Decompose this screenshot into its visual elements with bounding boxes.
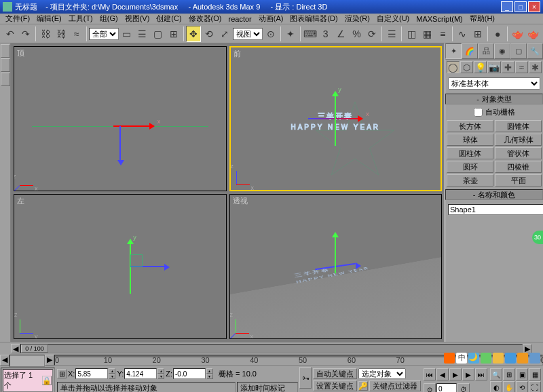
- category-select[interactable]: 标准基本体: [448, 77, 540, 90]
- arc-rotate-button[interactable]: ⟲: [516, 381, 528, 392]
- tray-icon-8[interactable]: [529, 353, 540, 364]
- named-selection-button[interactable]: ☰: [384, 26, 399, 42]
- spinner-snap-button[interactable]: ⟳: [364, 26, 379, 42]
- prim-cylinder[interactable]: 圆柱体: [447, 147, 493, 159]
- viewport-perspective[interactable]: 透视 三羊开泰 HAPPY NEW YEAR x z: [229, 194, 443, 339]
- minimize-button[interactable]: _: [501, 1, 513, 12]
- select-region-button[interactable]: ▢: [151, 26, 166, 42]
- zoom-extents-all-button[interactable]: ▦: [529, 368, 541, 380]
- prim-tube[interactable]: 管状体: [495, 147, 542, 159]
- coord-y-input[interactable]: [124, 368, 157, 379]
- unlink-button[interactable]: ⛓̷: [54, 26, 69, 42]
- reactor-btn-1[interactable]: [1, 44, 10, 58]
- time-prev-button[interactable]: ◀: [11, 344, 20, 353]
- angle-snap-button[interactable]: ∠: [334, 26, 349, 42]
- coord-x-input[interactable]: [75, 368, 108, 379]
- prim-box[interactable]: 长方体: [447, 120, 493, 132]
- selection-lock-button[interactable]: 🗝: [299, 367, 312, 389]
- snap-toggle-button[interactable]: 3: [318, 26, 333, 42]
- tab-modify[interactable]: 🌈: [462, 43, 478, 59]
- y-up[interactable]: ▴: [157, 368, 164, 374]
- menu-create[interactable]: 创建(C): [153, 14, 184, 24]
- selection-filter[interactable]: 全部: [89, 28, 119, 40]
- zoom-all-button[interactable]: ⊞: [503, 368, 515, 380]
- track-bar[interactable]: [10, 355, 45, 367]
- link-button[interactable]: ⛓: [38, 26, 53, 42]
- play-button[interactable]: ▶: [449, 368, 462, 380]
- menu-maxscript[interactable]: MAXScript(M): [413, 15, 465, 23]
- object-name-input[interactable]: [448, 204, 543, 215]
- menu-help[interactable]: 帮助(H): [467, 14, 498, 24]
- reactor-btn-3[interactable]: [1, 73, 10, 86]
- select-object-button[interactable]: ▭: [119, 26, 134, 42]
- prim-plane[interactable]: 平面: [495, 174, 542, 187]
- tray-lang-icon[interactable]: 中: [456, 353, 467, 364]
- menu-tools[interactable]: 工具(T): [66, 14, 96, 24]
- prim-pyramid[interactable]: 四棱锥: [495, 161, 542, 173]
- create-cameras[interactable]: 📷: [487, 61, 500, 73]
- menu-file[interactable]: 文件(F): [3, 14, 33, 24]
- current-frame-input[interactable]: [436, 383, 457, 392]
- field-of-view-button[interactable]: ◐: [490, 381, 502, 392]
- zoom-extents-button[interactable]: ▣: [516, 368, 528, 380]
- key-mode-button[interactable]: ⊙: [424, 383, 436, 392]
- prim-torus[interactable]: 圆环: [447, 161, 493, 173]
- reactor-btn-2[interactable]: [1, 58, 10, 72]
- absolute-relative-toggle[interactable]: ⊞: [57, 369, 67, 378]
- z-dn[interactable]: ▾: [206, 374, 213, 379]
- z-up[interactable]: ▴: [206, 368, 213, 374]
- tab-create[interactable]: ✦: [445, 43, 462, 59]
- select-manipulate-button[interactable]: ✦: [283, 26, 298, 42]
- tray-icon-5[interactable]: [493, 353, 504, 364]
- prim-sphere[interactable]: 球体: [447, 134, 493, 146]
- viewport-left[interactable]: 左 y z y: [14, 194, 227, 339]
- zoom-button[interactable]: 🔍: [490, 368, 502, 380]
- menu-views[interactable]: 视图(V): [122, 14, 153, 24]
- time-slider-thumb[interactable]: 0 / 100: [21, 345, 48, 353]
- tab-display[interactable]: ▢: [510, 43, 527, 59]
- key-icon[interactable]: 🔑: [358, 381, 368, 391]
- time-next-button[interactable]: ▶: [523, 344, 532, 353]
- create-lights[interactable]: 💡: [474, 61, 487, 73]
- set-key-button[interactable]: 设置关键点: [313, 380, 357, 391]
- select-move-button[interactable]: ✥: [186, 26, 201, 42]
- track-scroll-right[interactable]: ▶: [45, 355, 54, 366]
- create-systems[interactable]: ✱: [529, 61, 542, 73]
- tray-moon-icon[interactable]: 🌙: [468, 353, 479, 364]
- mirror-button[interactable]: ◫: [404, 26, 419, 42]
- curve-editor-button[interactable]: ∿: [455, 26, 470, 42]
- menu-edit[interactable]: 编辑(E): [34, 14, 64, 24]
- side-badge[interactable]: 30: [532, 231, 543, 244]
- create-helpers[interactable]: ✚: [502, 61, 514, 73]
- viewport-top[interactable]: 顶 x x z: [14, 46, 227, 191]
- prim-teapot[interactable]: 茶壶: [447, 174, 493, 187]
- menu-group[interactable]: 组(G): [97, 14, 121, 24]
- tray-icon-7[interactable]: [517, 353, 528, 364]
- time-config-button[interactable]: ⏱: [457, 383, 470, 392]
- quick-render-button[interactable]: 🫖: [525, 26, 540, 42]
- selection-lock-icon[interactable]: 🔒: [42, 376, 52, 385]
- goto-start-button[interactable]: ⏮: [424, 368, 436, 380]
- x-up[interactable]: ▴: [109, 368, 115, 374]
- menu-customize[interactable]: 自定义(U): [374, 14, 412, 24]
- tray-icon-6[interactable]: [505, 353, 516, 364]
- coord-system-select[interactable]: 视图: [233, 28, 263, 40]
- rollout-object-type[interactable]: 对象类型: [445, 94, 543, 104]
- x-dn[interactable]: ▾: [109, 374, 115, 379]
- window-crossing-button[interactable]: ⊞: [166, 26, 181, 42]
- prev-frame-button[interactable]: ◀: [436, 368, 449, 380]
- create-spacewarps[interactable]: ≈: [515, 61, 528, 73]
- align-button[interactable]: ▦: [419, 26, 434, 42]
- min-max-button[interactable]: ⛶: [529, 381, 541, 392]
- next-frame-button[interactable]: ▶: [462, 368, 474, 380]
- schematic-view-button[interactable]: ⊞: [470, 26, 485, 42]
- coord-z-input[interactable]: [173, 368, 206, 379]
- tab-utilities[interactable]: 🔧: [527, 43, 543, 59]
- percent-snap-button[interactable]: %: [350, 26, 364, 42]
- render-scene-button[interactable]: 🫖: [510, 26, 525, 42]
- tray-sogou-icon[interactable]: [444, 353, 455, 364]
- auto-grid-checkbox[interactable]: [474, 108, 483, 117]
- auto-key-button[interactable]: 自动关键点: [313, 368, 357, 379]
- tab-hierarchy[interactable]: 品: [478, 43, 494, 59]
- use-pivot-center-button[interactable]: ⊙: [263, 26, 278, 42]
